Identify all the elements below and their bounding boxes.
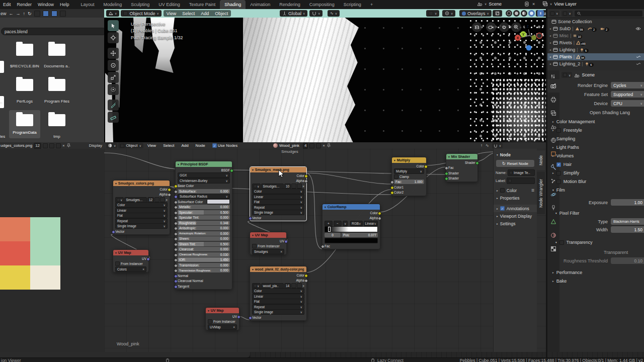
filter-icon[interactable]: [60, 11, 66, 17]
expand-icon[interactable]: ▸: [550, 41, 551, 44]
tab-texture-paint[interactable]: Texture Paint: [185, 0, 220, 9]
input-socket-tangent[interactable]: [174, 285, 178, 289]
extension-dropdown[interactable]: Repeat∨: [115, 218, 168, 224]
section-simplify[interactable]: ▸Simplify: [552, 169, 579, 177]
input-socket-vector[interactable]: [249, 217, 252, 220]
color-space-dropdown[interactable]: Color∨: [252, 288, 304, 294]
tab-texture-icon[interactable]: [550, 246, 556, 252]
hair-checkbox[interactable]: ✓: [556, 162, 561, 167]
collapse-icon[interactable]: ▾: [115, 182, 117, 185]
sort-alpha-icon[interactable]: [51, 11, 57, 17]
image-users-count[interactable]: 12: [34, 143, 41, 149]
extension-dropdown[interactable]: Repeat∨: [252, 304, 304, 310]
input-socket-fac[interactable]: [321, 245, 325, 248]
tool-rotate[interactable]: [108, 60, 119, 71]
image-browse-dropdown[interactable]: ∨: [115, 197, 124, 203]
section-sampling[interactable]: ▸Sampling: [552, 135, 575, 143]
editor-type-dropdown[interactable]: ∨: [106, 10, 119, 17]
input-socket[interactable]: [174, 195, 178, 199]
node-wood-plank[interactable]: ▾wood_plank_02_dusty-color.png Color Alp…: [250, 266, 307, 321]
menu-window[interactable]: Window: [35, 0, 57, 9]
input-socket-shader1[interactable]: [445, 172, 448, 175]
input-socket-normal[interactable]: [174, 275, 178, 278]
projection-dropdown[interactable]: Flat∨: [252, 299, 304, 304]
section-film[interactable]: ▾Film: [552, 186, 565, 194]
snap-curve-icon[interactable]: ∿: [486, 143, 489, 148]
output-socket-uv[interactable]: [146, 257, 150, 261]
sheen-tint-slider[interactable]: Sheen Tint:0.500: [178, 242, 230, 246]
folder-item[interactable]: [16, 79, 33, 91]
outliner-row-lighting2[interactable]: ▸ Lighting_2| 6: [547, 60, 644, 67]
colorramp-gradient[interactable]: [325, 226, 378, 232]
hide-curve-icon[interactable]: [636, 55, 641, 59]
new-image-icon[interactable]: [291, 184, 296, 189]
image-name[interactable]: udges_colors.png: [1, 143, 32, 148]
create-folder-icon[interactable]: [34, 11, 40, 17]
folder-label[interactable]: PerfLogs: [9, 99, 41, 104]
forward-icon[interactable]: →: [16, 11, 21, 16]
roughness-threshold-field[interactable]: 0.10: [611, 257, 644, 264]
output-socket-bsdf[interactable]: [230, 169, 233, 172]
open-image-icon[interactable]: [56, 143, 61, 148]
image-browse-dropdown[interactable]: ∨: [252, 184, 261, 189]
input-socket[interactable]: [174, 201, 178, 204]
output-socket-alpha[interactable]: [304, 279, 308, 283]
node-uvmap-colors[interactable]: ▾UV Map UV From Instancer Colors×: [113, 249, 149, 273]
tab-shading[interactable]: Shading: [220, 0, 246, 9]
thumbnail-view-icon[interactable]: [43, 11, 49, 17]
material-name[interactable]: Wood_pink: [279, 143, 299, 148]
image-name-field[interactable]: Smudges...: [124, 197, 147, 203]
output-socket-alpha[interactable]: [304, 179, 308, 183]
section-hair[interactable]: ▸✓Hair: [552, 160, 572, 168]
view-layer-selector[interactable]: ∨ View Layer: [542, 1, 577, 7]
output-socket-alpha[interactable]: [378, 217, 381, 220]
section-volumes[interactable]: ▸Volumes: [552, 152, 574, 160]
expand-icon[interactable]: ▸: [550, 48, 551, 51]
tab-animation[interactable]: Animation: [246, 0, 275, 9]
axis-gizmo[interactable]: Z Y X: [512, 21, 546, 53]
tab-layout[interactable]: Layout: [76, 0, 99, 9]
pin-icon[interactable]: [66, 143, 71, 148]
file-path-input[interactable]: paces.blend: [1, 28, 107, 35]
viewport-perspective-toggle[interactable]: [472, 22, 482, 32]
transform-orientation-dropdown[interactable]: Global ∨: [280, 10, 307, 17]
extension-dropdown[interactable]: Repeat∨: [252, 205, 304, 210]
display-popover[interactable]: Display: [89, 143, 102, 148]
duplicate-image-icon[interactable]: [49, 143, 54, 148]
outliner-filter-dropdown[interactable]: ∨: [549, 11, 559, 17]
clearcoat-roughness-slider[interactable]: Clearcoat Roughness:0.030: [178, 252, 230, 257]
gizmo-dropdown[interactable]: ∨: [442, 10, 455, 17]
anisotropic-rotation-slider[interactable]: Anisotropic Rotation:0.000: [178, 231, 230, 236]
tool-annotate[interactable]: [108, 100, 119, 111]
render-engine-dropdown[interactable]: Cycles∨: [611, 82, 644, 88]
shader-type-dropdown[interactable]: Object ∨: [118, 143, 143, 148]
properties-filter-dropdown[interactable]: ∨: [561, 72, 572, 78]
outliner-row-lighting[interactable]: ▸ Lighting| 5: [547, 46, 644, 53]
editor-type-dropdown[interactable]: ∨: [106, 143, 117, 148]
outliner-row-subd[interactable]: ▸ SubD| 99 2 2: [547, 25, 644, 32]
output-socket-color[interactable]: [168, 188, 171, 192]
stop-color-swatch[interactable]: [325, 238, 378, 243]
specular-tint-slider[interactable]: Specular Tint:0.000: [178, 215, 230, 220]
output-socket-uv[interactable]: [284, 240, 288, 243]
tool-scale[interactable]: [108, 72, 119, 83]
tab-material-icon[interactable]: [550, 232, 556, 238]
interpolation-dropdown[interactable]: Linear∨: [115, 208, 168, 213]
remove-stop-button[interactable]: −: [334, 221, 342, 226]
interpolation-dropdown[interactable]: Linear∨: [252, 194, 304, 200]
ramp-stop-handle[interactable]: [328, 227, 331, 232]
properties-section[interactable]: Properties: [500, 196, 520, 201]
motion-blur-checkbox[interactable]: [556, 179, 561, 184]
reset-node-button[interactable]: ↻ Reset Node: [496, 160, 534, 167]
subsurface-method-dropdown[interactable]: Christensen-Burley∨: [178, 178, 230, 184]
input-socket-fac[interactable]: [390, 180, 394, 184]
node-name-field[interactable]: Image Te..: [508, 169, 535, 176]
duplicate-image-icon[interactable]: [297, 184, 302, 189]
snap-toggle[interactable]: ∨: [309, 10, 323, 17]
specular-slider[interactable]: Specular:0.500: [178, 210, 230, 215]
input-socket-vector[interactable]: [112, 230, 115, 234]
pin-icon[interactable]: [327, 143, 331, 148]
folder-label[interactable]: $RECYCLE.BIN: [9, 64, 41, 68]
folder-label[interactable]: tmp: [41, 134, 73, 139]
input-socket-vector[interactable]: [249, 316, 252, 320]
